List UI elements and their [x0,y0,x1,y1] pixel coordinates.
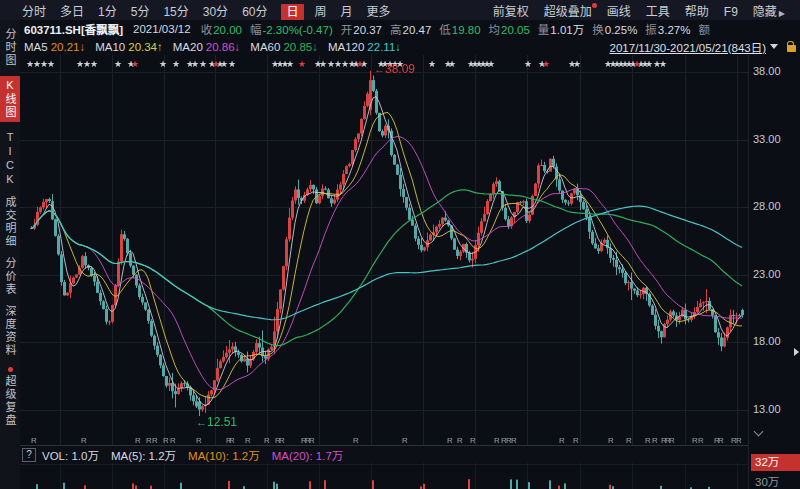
quote-field-收: 收20.00 [201,24,242,36]
vol-label: MA(10): [188,450,232,462]
sidebar-item-K线图[interactable]: K线图 [0,76,20,122]
quote-bar: 603711.SH[香飘飘] 2021/03/12 收20.00幅-2.30%(… [0,20,800,38]
ma-item-MA60: MA6020.85↓ [250,41,318,53]
period-low-annotation: ←12.51 [196,415,237,429]
vol-item: MA(10): 1.2万 [188,450,260,462]
vol-item: MA(20): 1.7万 [272,450,344,462]
vol-item: MA(5): 1.2万 [111,450,176,462]
quote-field-量: 量1.01万 [538,24,584,36]
ma-value: 22.11↓ [367,41,401,53]
ma-indicator-bar: MA520.21↓MA1020.34↑MA2020.86↓MA6020.85↓M… [0,38,800,55]
vol-value: 1.2万 [232,450,260,462]
price-axis: 32万 30万 38.0033.0028.0023.0018.0013.00 [748,55,800,489]
date-range-text[interactable]: 2017/11/30-2021/05/21(843日) [610,39,766,55]
sidebar-item-超级复盘[interactable]: 超级复盘 [0,375,20,427]
kline-app-window: 分时多日1分5分15分30分60分日周月更多 前复权超级叠加画线工具帮助F9隐藏… [0,0,800,489]
date-range-selector[interactable]: 2017/11/30-2021/05/21(843日) [610,39,796,55]
quote-field-value: 19.80 [452,24,481,36]
tools-menu: 前复权超级叠加画线工具帮助F9隐藏▶ [493,2,800,19]
volume-indicator-bar: ? VOL: 1.0万MA(5): 1.2万MA(10): 1.2万MA(20)… [20,446,748,463]
pane-collapse-chevron-icon[interactable] [754,427,764,437]
ma-value: 20.34↑ [128,41,163,53]
kline-chart-canvas[interactable] [20,55,748,489]
vol-label: MA(5): [111,450,149,462]
sidebar-item-TICK[interactable]: TICK [0,131,20,187]
quote-field-label: 均 [489,24,501,36]
price-tick-13.00: 13.00 [753,403,781,415]
quote-field-value: 20.00 [213,24,242,36]
menu-item-工具[interactable]: 工具 [646,5,670,19]
quote-field-value: 0.25% [605,24,638,36]
ma-label: MA120 [328,41,364,53]
period-tab-30分[interactable]: 30分 [203,5,228,19]
stock-symbol[interactable]: 603711.SH[香飘飘] [24,21,123,37]
period-tab-多日[interactable]: 多日 [60,5,84,19]
quote-field-value: 1.01万 [550,24,584,36]
period-toolbar: 分时多日1分5分15分30分60分日周月更多 前复权超级叠加画线工具帮助F9隐藏… [0,0,800,20]
menu-item-画线[interactable]: 画线 [607,5,631,19]
vol-value: 1.2万 [149,450,177,462]
menu-item-帮助[interactable]: 帮助 [685,5,709,19]
axis-marker-arrow-icon [794,348,799,356]
menu-item-隐藏[interactable]: 隐藏▶ [753,5,785,19]
price-tick-28.00: 28.00 [753,200,781,212]
quote-field-label: 幅 [250,24,262,36]
quote-field-label: 收 [201,24,213,36]
quote-fields: 收20.00幅-2.30%(-0.47)开20.37高20.47低19.80均2… [201,21,719,37]
sidebar-item-成交明细[interactable]: 成交明细 [0,196,20,248]
quote-date: 2021/03/12 [133,23,191,35]
ma-item-MA10: MA1020.34↑ [95,41,163,53]
ma-item-MA120: MA12022.11↓ [328,41,401,53]
ma-values: MA520.21↓MA1020.34↑MA2020.86↓MA6020.85↓M… [24,41,411,53]
quote-field-label: 换 [592,24,604,36]
volume-axis-current: 32万 [751,454,800,471]
period-tab-更多[interactable]: 更多 [367,5,391,19]
price-tick-18.00: 18.00 [753,335,781,347]
ma-item-MA5: MA520.21↓ [24,41,85,53]
period-tab-分时[interactable]: 分时 [22,5,46,19]
quote-field-value: -2.30%(-0.47) [262,24,332,36]
chevron-down-icon[interactable] [770,44,778,49]
quote-field-幅: 幅-2.30%(-0.47) [250,24,333,36]
quote-field-value: 20.05 [501,24,530,36]
view-sidebar: 分时图K线图TICK成交明细分价表深度资料超级复盘 [0,20,20,489]
period-tab-月[interactable]: 月 [341,5,353,19]
quote-field-高: 高20.47 [390,24,431,36]
quote-field-换: 换0.25% [592,24,637,36]
lock-icon[interactable] [787,45,796,52]
help-icon[interactable]: ? [22,448,36,462]
quote-field-value: 20.37 [353,24,382,36]
menu-item-F9[interactable]: F9 [724,5,738,19]
ma-value: 20.85↓ [283,41,318,53]
period-tab-周[interactable]: 周 [315,5,327,19]
quote-field-label: 量 [538,24,550,36]
period-tab-1分[interactable]: 1分 [98,5,117,19]
period-high-annotation: ←38.09 [374,62,415,76]
period-tab-日[interactable]: 日 [281,4,303,20]
notification-dot-icon [592,3,597,8]
quote-field-label: 高 [390,24,402,36]
arrow-right-icon: ▶ [779,9,785,18]
ma-label: MA60 [250,41,280,53]
vol-value: 1.7万 [316,450,344,462]
ma-label: MA10 [95,41,125,53]
quote-field-label: 开 [341,24,353,36]
ma-value: 20.21↓ [51,41,86,53]
period-tab-60分[interactable]: 60分 [242,5,267,19]
vol-label: VOL: [42,450,71,462]
quote-field-低: 低19.80 [439,24,480,36]
menu-item-超级叠加[interactable]: 超级叠加 [544,5,592,19]
quote-field-均: 均20.05 [489,24,530,36]
period-tab-15分[interactable]: 15分 [163,5,188,19]
ma-label: MA5 [24,41,48,53]
volume-axis-tick: 30万 [755,473,779,489]
sidebar-item-分价表[interactable]: 分价表 [0,257,20,296]
period-tab-5分[interactable]: 5分 [131,5,150,19]
quote-field-开: 开20.37 [341,24,382,36]
quote-field-value: 20.47 [403,24,432,36]
menu-item-前复权[interactable]: 前复权 [493,5,529,19]
quote-field-label: 振 [645,24,657,36]
price-tick-38.00: 38.00 [753,65,781,77]
quote-field-label: 额 [698,24,710,36]
sidebar-item-深度资料[interactable]: 深度资料 [0,305,20,357]
